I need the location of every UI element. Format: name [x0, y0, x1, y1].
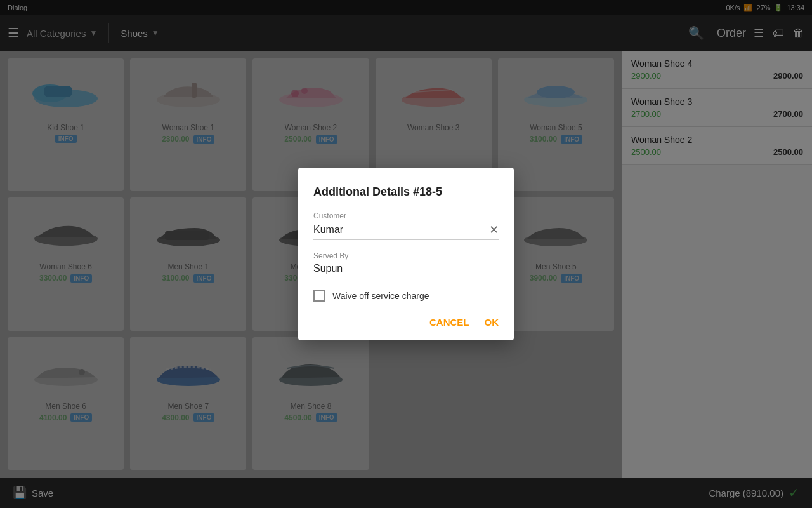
waive-charge-row: Waive off service charge	[313, 290, 499, 302]
ok-button[interactable]: OK	[485, 317, 499, 328]
waive-charge-checkbox[interactable]	[313, 290, 325, 302]
served-by-row: Supun	[313, 263, 499, 277]
additional-details-modal: Additional Details #18-5 Customer ✕ Serv…	[298, 168, 514, 340]
cancel-button[interactable]: CANCEL	[429, 317, 469, 328]
customer-label: Customer	[313, 211, 499, 220]
modal-overlay: Additional Details #18-5 Customer ✕ Serv…	[0, 0, 812, 508]
served-by-label: Served By	[313, 251, 499, 260]
modal-actions: CANCEL OK	[313, 317, 499, 328]
modal-title: Additional Details #18-5	[313, 185, 499, 199]
served-by-value: Supun	[313, 263, 343, 274]
customer-input-row: ✕	[313, 223, 499, 240]
clear-customer-icon[interactable]: ✕	[489, 223, 499, 237]
customer-input[interactable]	[313, 224, 489, 236]
waive-charge-label: Waive off service charge	[332, 291, 429, 301]
